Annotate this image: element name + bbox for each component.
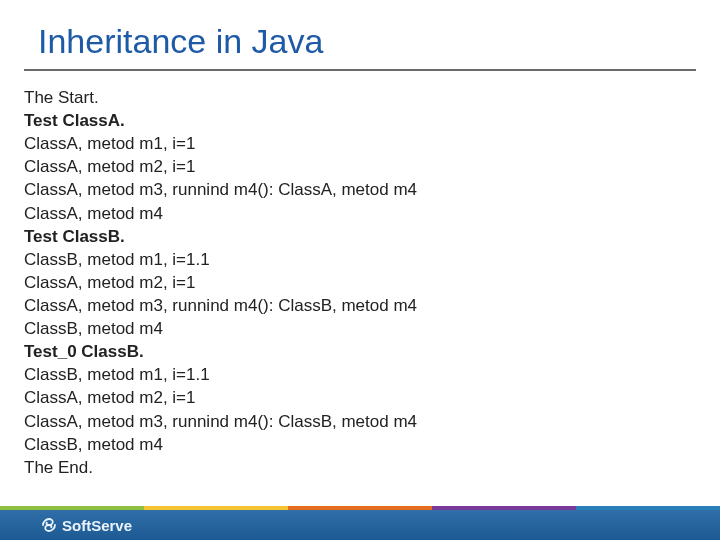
swirl-icon	[40, 516, 58, 534]
body-line: ClassA, metod m2, i=1	[24, 155, 720, 178]
body-line: ClassB, metod m1, i=1.1	[24, 363, 720, 386]
body-line: ClassA, metod m2, i=1	[24, 271, 720, 294]
footer-bar: SoftServe	[0, 510, 720, 540]
slide-footer: SoftServe	[0, 506, 720, 540]
body-line: Test_0 ClassB.	[24, 340, 720, 363]
body-line: ClassB, metod m1, i=1.1	[24, 248, 720, 271]
brand-name: SoftServe	[62, 517, 132, 534]
body-line: ClassA, metod m3, runnind m4(): ClassB, …	[24, 294, 720, 317]
body-line: Test ClassA.	[24, 109, 720, 132]
body-line: ClassA, metod m1, i=1	[24, 132, 720, 155]
footer-stripes	[0, 506, 720, 510]
body-line: The End.	[24, 456, 720, 479]
slide-body: The Start.Test ClassA.ClassA, metod m1, …	[0, 72, 720, 479]
slide-title: Inheritance in Java	[0, 0, 720, 69]
body-line: ClassA, metod m3, runnind m4(): ClassA, …	[24, 178, 720, 201]
body-line: ClassB, metod m4	[24, 433, 720, 456]
body-line: ClassA, metod m2, i=1	[24, 386, 720, 409]
body-line: ClassA, metod m3, runnind m4(): ClassB, …	[24, 410, 720, 433]
body-line: ClassA, metod m4	[24, 202, 720, 225]
body-line: Test ClassB.	[24, 225, 720, 248]
brand-logo: SoftServe	[40, 516, 132, 534]
body-line: The Start.	[24, 86, 720, 109]
body-line: ClassB, metod m4	[24, 317, 720, 340]
